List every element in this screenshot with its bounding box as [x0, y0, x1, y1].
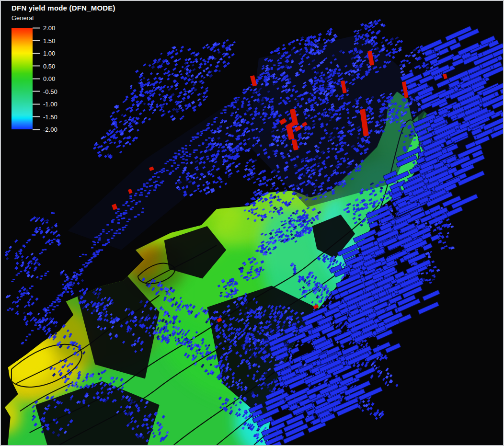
tick-label: 1.50 [43, 37, 55, 44]
tick-mark [33, 66, 40, 67]
page-title: DFN yield mode (DFN_MODE) [11, 4, 115, 12]
legend-tick: -2.00 [33, 126, 57, 133]
tick-mark [33, 53, 40, 54]
legend-subtitle: General [11, 14, 115, 22]
tick-mark [33, 103, 40, 104]
tick-mark [33, 40, 40, 41]
tick-mark [33, 116, 40, 117]
tick-mark [33, 78, 40, 79]
legend-tick: 2.00 [33, 24, 55, 32]
tick-label: -1.00 [43, 101, 57, 108]
tick-label: 2.00 [43, 24, 55, 32]
legend-tick: 1.00 [33, 50, 55, 57]
tick-label: -2.00 [43, 126, 57, 133]
legend-ticks: 2.001.501.000.500.00-0.50-1.00-1.50-2.00 [33, 28, 90, 129]
legend-colorbar [11, 28, 33, 129]
legend-tick: 0.50 [33, 62, 55, 69]
tick-label: 0.00 [43, 75, 55, 82]
tick-label: -0.50 [43, 88, 57, 95]
tick-mark [33, 91, 40, 92]
tick-label: 0.50 [43, 62, 55, 69]
tick-mark [33, 27, 40, 28]
legend-tick: 0.00 [33, 75, 55, 82]
tick-label: 1.00 [43, 50, 55, 57]
legend-colorbar-row: 2.001.501.000.500.00-0.50-1.00-1.50-2.00 [11, 28, 115, 129]
legend-tick: -1.00 [33, 101, 57, 108]
tick-mark [33, 129, 40, 130]
legend-tick: -1.50 [33, 113, 57, 120]
legend-tick: -0.50 [33, 88, 57, 95]
legend-tick: 1.50 [33, 37, 55, 44]
legend: DFN yield mode (DFN_MODE) General 2.001.… [11, 4, 115, 129]
tick-label: -1.50 [43, 113, 57, 120]
viewport-frame: DFN yield mode (DFN_MODE) General 2.001.… [0, 0, 504, 446]
